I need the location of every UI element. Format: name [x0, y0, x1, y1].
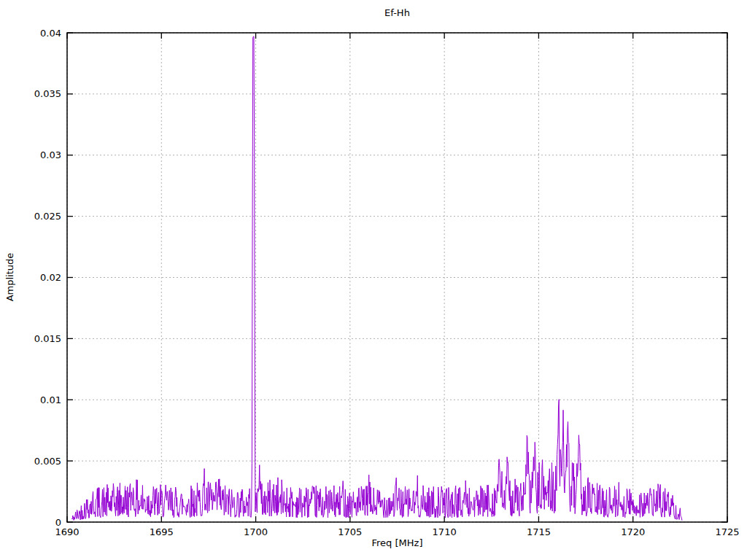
x-tick-label: 1695 [150, 526, 174, 537]
y-tick-label: 0.04 [40, 28, 61, 39]
y-tick-label: 0 [55, 517, 61, 528]
spectrum-trace [71, 36, 681, 521]
x-tick-label: 1720 [621, 526, 645, 537]
x-tick-label: 1725 [715, 526, 739, 537]
plot-window: 1690169517001705171017151720172500.0050.… [0, 0, 747, 560]
x-tick-label: 1705 [338, 526, 362, 537]
chart-title: Ef-Hh [67, 7, 727, 18]
spectrum-chart: 1690169517001705171017151720172500.0050.… [0, 0, 747, 560]
x-tick-label: 1715 [527, 526, 551, 537]
y-tick-label: 0.005 [34, 456, 61, 467]
x-tick-label: 1710 [433, 526, 457, 537]
y-tick-label: 0.015 [34, 333, 61, 344]
y-tick-label: 0.02 [40, 272, 61, 283]
x-tick-label: 1690 [55, 526, 79, 537]
y-axis-label: Amplitude [4, 253, 15, 302]
x-tick-label: 1700 [244, 526, 268, 537]
y-tick-label: 0.035 [34, 88, 61, 99]
x-axis-label: Freq [MHz] [67, 537, 727, 548]
y-tick-label: 0.01 [40, 394, 61, 405]
y-tick-label: 0.03 [40, 149, 61, 160]
y-tick-label: 0.025 [34, 211, 61, 222]
